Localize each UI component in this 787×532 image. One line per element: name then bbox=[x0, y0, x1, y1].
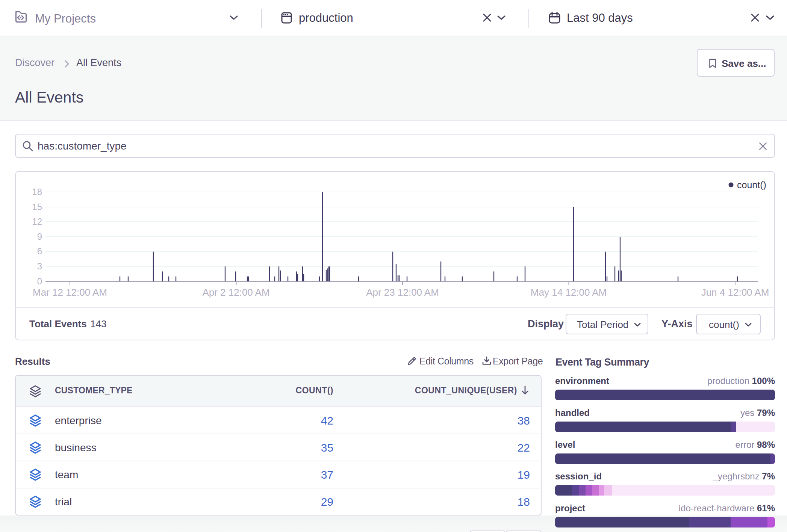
svg-text:Apr 2 12:00 AM: Apr 2 12:00 AM bbox=[202, 287, 269, 298]
svg-text:9: 9 bbox=[37, 231, 42, 242]
svg-text:0: 0 bbox=[37, 276, 42, 286]
svg-text:Mar 12 12:00 AM: Mar 12 12:00 AM bbox=[33, 287, 107, 298]
svg-text:18: 18 bbox=[32, 187, 42, 197]
svg-text:count(): count() bbox=[737, 180, 766, 190]
svg-text:Apr 23 12:00 AM: Apr 23 12:00 AM bbox=[366, 287, 439, 298]
svg-text:12: 12 bbox=[32, 216, 42, 227]
svg-text:6: 6 bbox=[37, 246, 42, 256]
svg-text:15: 15 bbox=[32, 202, 42, 212]
svg-text:Jun 4 12:00 AM: Jun 4 12:00 AM bbox=[701, 287, 769, 298]
svg-text:3: 3 bbox=[37, 261, 42, 271]
svg-text:May 14 12:00 AM: May 14 12:00 AM bbox=[531, 287, 607, 298]
